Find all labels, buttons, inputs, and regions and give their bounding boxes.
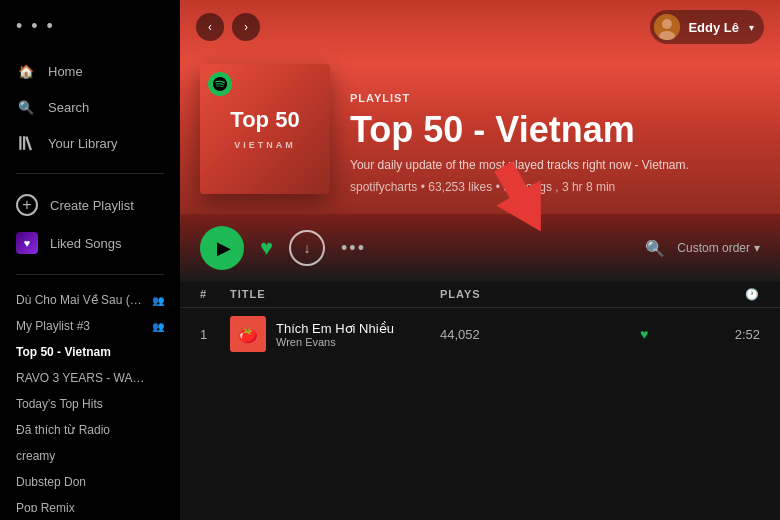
main-content: ‹ › Eddy Lê ▾ (180, 0, 780, 520)
search-tracks-button[interactable]: 🔍 (645, 239, 665, 258)
col-plays: PLAYS (440, 288, 640, 301)
sidebar-library-section: + Create Playlist ♥ Liked Songs (0, 182, 180, 266)
list-item[interactable]: Dù Cho Mai Về Sau (Acousti... 👥 (0, 287, 180, 313)
table-row[interactable]: 1 🍅 Thích Em Hơi Nhiều Wren Evans 44,052… (180, 308, 780, 360)
chevron-down-icon: ▾ (749, 22, 754, 33)
col-number: # (200, 288, 230, 301)
playlist-info: PLAYLIST Top 50 - Vietnam Your daily upd… (350, 92, 760, 194)
avatar (654, 14, 680, 40)
library-icon (16, 133, 36, 153)
home-icon: 🏠 (16, 61, 36, 81)
create-playlist-item[interactable]: + Create Playlist (0, 186, 180, 224)
user-profile-button[interactable]: Eddy Lê ▾ (650, 10, 764, 44)
forward-button[interactable]: › (232, 13, 260, 41)
back-button[interactable]: ‹ (196, 13, 224, 41)
like-button[interactable]: ♥ (260, 235, 273, 261)
list-item[interactable]: Today's Top Hits (0, 391, 180, 417)
liked-songs-icon: ♥ (16, 232, 38, 254)
username-label: Eddy Lê (688, 20, 739, 35)
cover-subtitle-text: VIETNAM (234, 140, 296, 150)
controls-wrapper: ▶ ♥ ↓ ••• 🔍 Custom order ▾ (180, 214, 780, 282)
play-icon: ▶ (217, 237, 231, 259)
track-name: Thích Em Hơi Nhiều (276, 321, 394, 336)
back-icon: ‹ (208, 20, 212, 34)
header-area: ‹ › Eddy Lê ▾ (180, 0, 780, 214)
list-item[interactable]: creamy (0, 443, 180, 469)
track-heart-icon[interactable]: ♥ (640, 326, 700, 342)
sidebar-nav: 🏠 Home 🔍 Search Your Library (0, 49, 180, 165)
top-bar: ‹ › Eddy Lê ▾ (180, 0, 780, 54)
track-duration: 2:52 (700, 327, 760, 342)
controls-area: ▶ ♥ ↓ ••• 🔍 Custom order ▾ (180, 214, 780, 282)
col-duration: 🕐 (700, 288, 760, 301)
sidebar-item-search[interactable]: 🔍 Search (0, 89, 180, 125)
play-button[interactable]: ▶ (200, 226, 244, 270)
list-item-active[interactable]: Top 50 - Vietnam (0, 339, 180, 365)
svg-rect-1 (23, 136, 25, 150)
plus-icon: + (16, 194, 38, 216)
cover-title-text: Top 50 (230, 108, 299, 132)
nav-arrows: ‹ › (196, 13, 260, 41)
svg-rect-0 (19, 136, 21, 150)
playlist-meta: spotifycharts • 63,253 likes • 50 songs … (350, 180, 760, 194)
controls-right: 🔍 Custom order ▾ (645, 239, 760, 258)
table-header: # TITLE PLAYS 🕐 (180, 282, 780, 308)
collab-icon-2: 👥 (152, 321, 164, 332)
track-number: 1 (200, 327, 230, 342)
playlist-header-content: Top 50 VIETNAM PLAYLIST Top 50 - Vietnam… (180, 54, 780, 214)
col-title: TITLE (230, 288, 440, 301)
track-details: Thích Em Hơi Nhiều Wren Evans (276, 321, 394, 348)
list-item[interactable]: RAVO 3 YEARS - WARM UP ... (0, 365, 180, 391)
spotify-logo (208, 72, 232, 96)
playlist-description: Your daily update of the most played tra… (350, 157, 760, 174)
list-item[interactable]: Đã thích từ Radio (0, 417, 180, 443)
list-item[interactable]: Pop Remix (0, 495, 180, 512)
search-icon: 🔍 (16, 97, 36, 117)
sidebar-divider-2 (16, 274, 164, 275)
col-heart (640, 288, 700, 301)
sidebar: • • • 🏠 Home 🔍 Search Your Library + Cre… (0, 0, 180, 520)
track-artist: Wren Evans (276, 336, 394, 348)
liked-songs-item[interactable]: ♥ Liked Songs (0, 224, 180, 262)
sidebar-item-library[interactable]: Your Library (0, 125, 180, 161)
download-icon: ↓ (304, 240, 311, 256)
track-plays: 44,052 (440, 327, 640, 342)
svg-point-3 (662, 19, 672, 29)
playlist-title: Top 50 - Vietnam (350, 110, 760, 150)
playlist-cover: Top 50 VIETNAM (200, 64, 330, 194)
more-options-button[interactable]: ••• (341, 238, 366, 259)
download-button[interactable]: ↓ (289, 230, 325, 266)
playlist-list: Dù Cho Mai Về Sau (Acousti... 👥 My Playl… (0, 283, 180, 512)
sidebar-divider (16, 173, 164, 174)
forward-icon: › (244, 20, 248, 34)
table-area: # TITLE PLAYS 🕐 1 🍅 Thích Em Hơi Nhiều W… (180, 282, 780, 520)
list-item[interactable]: My Playlist #3 👥 (0, 313, 180, 339)
track-info: 🍅 Thích Em Hơi Nhiều Wren Evans (230, 316, 440, 352)
track-thumbnail: 🍅 (230, 316, 266, 352)
sidebar-menu-dots[interactable]: • • • (0, 8, 180, 49)
playlist-type-label: PLAYLIST (350, 92, 760, 104)
sidebar-item-home[interactable]: 🏠 Home (0, 53, 180, 89)
sort-order-button[interactable]: Custom order ▾ (677, 241, 760, 255)
collab-icon: 👥 (152, 295, 164, 306)
list-item[interactable]: Dubstep Don (0, 469, 180, 495)
